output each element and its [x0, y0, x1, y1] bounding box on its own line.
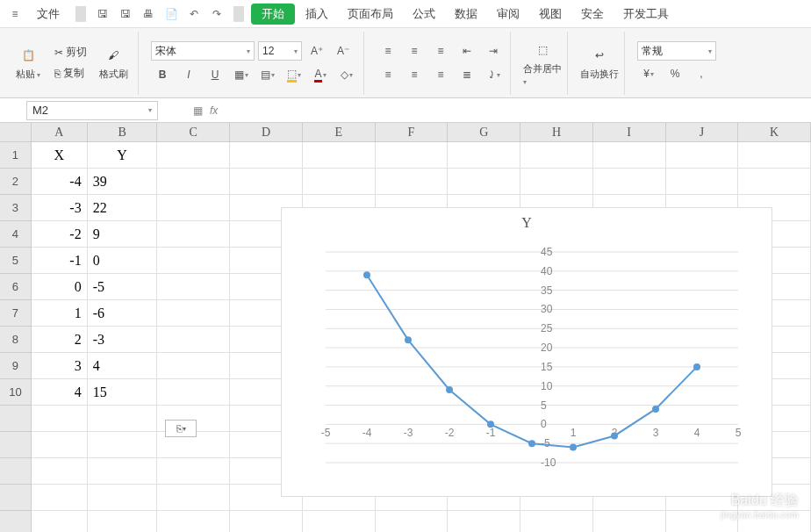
row-header[interactable] [0, 485, 32, 511]
cell-G15[interactable] [448, 511, 520, 532]
align-left-icon[interactable]: ≡ [377, 64, 399, 85]
bold-button[interactable]: B [151, 64, 174, 85]
fill-color-button[interactable]: ⬚ [283, 64, 305, 85]
cell-B11[interactable] [88, 406, 158, 432]
cell-B7[interactable]: -6 [88, 300, 158, 327]
cell-C14[interactable] [157, 485, 230, 511]
cell-E15[interactable] [303, 511, 376, 532]
cell-A3[interactable]: -3 [32, 195, 88, 221]
cell-D15[interactable] [230, 511, 303, 532]
underline-button[interactable]: U [204, 64, 226, 85]
align-right-icon[interactable]: ≡ [429, 64, 452, 85]
copy-button[interactable]: ⎘复制 [51, 64, 90, 83]
cell-J1[interactable] [666, 142, 739, 169]
row-header[interactable] [0, 511, 32, 532]
tab-公式[interactable]: 公式 [404, 3, 444, 25]
cell-A13[interactable] [32, 458, 88, 485]
cell-B5[interactable]: 0 [88, 248, 158, 274]
decrease-indent-icon[interactable]: ⇤ [456, 40, 478, 61]
cell-C3[interactable] [157, 195, 230, 221]
paste-button[interactable]: 📋 粘贴 [9, 45, 47, 81]
cell-B1[interactable]: Y [88, 142, 158, 169]
row-header[interactable]: 10 [0, 379, 32, 406]
embedded-chart[interactable]: Y -10-5051015202530354045-5-4-3-2-112345 [281, 207, 772, 497]
tab-数据[interactable]: 数据 [446, 3, 486, 25]
comma-button[interactable]: , [690, 63, 713, 84]
cell-B4[interactable]: 9 [88, 221, 158, 248]
cell-C15[interactable] [157, 511, 230, 532]
row-header[interactable]: 1 [0, 142, 32, 169]
cell-E1[interactable] [303, 142, 376, 169]
cell-H2[interactable] [520, 169, 593, 195]
cell-B13[interactable] [88, 458, 158, 485]
col-header-F[interactable]: F [376, 123, 449, 141]
tab-页面布局[interactable]: 页面布局 [339, 3, 402, 25]
clear-button[interactable]: ◇ [335, 64, 358, 85]
cell-C2[interactable] [157, 169, 230, 195]
cell-F1[interactable] [376, 142, 449, 169]
fx-icon[interactable]: fx [210, 104, 218, 117]
cell-K1[interactable] [738, 142, 811, 169]
cell-B14[interactable] [88, 485, 158, 511]
borders-button[interactable]: ▦ [230, 64, 253, 85]
align-middle-icon[interactable]: ≡ [403, 40, 426, 61]
app-menu-icon[interactable]: ≡ [5, 4, 25, 24]
cell-C13[interactable] [157, 458, 230, 485]
col-header-B[interactable]: B [88, 123, 158, 141]
row-header[interactable] [0, 458, 32, 485]
increase-font-icon[interactable]: A⁺ [305, 40, 328, 61]
currency-button[interactable]: ¥ [637, 63, 660, 84]
cell-D1[interactable] [230, 142, 303, 169]
cell-J2[interactable] [666, 169, 739, 195]
undo-icon[interactable]: ↶ [184, 4, 204, 24]
percent-button[interactable]: % [664, 63, 686, 84]
cell-C4[interactable] [157, 221, 230, 248]
col-header-K[interactable]: K [738, 123, 811, 141]
col-header-I[interactable]: I [593, 123, 666, 141]
cell-B3[interactable]: 22 [88, 195, 158, 221]
paste-options-tag[interactable]: ⎘ [165, 420, 197, 437]
table-icon[interactable]: ▦ [193, 104, 203, 117]
cell-A6[interactable]: 0 [32, 274, 88, 300]
tab-安全[interactable]: 安全 [572, 3, 613, 25]
col-header-H[interactable]: H [520, 123, 593, 141]
row-header[interactable] [0, 432, 32, 458]
justify-icon[interactable]: ≣ [456, 64, 478, 85]
align-center-icon[interactable]: ≡ [403, 64, 426, 85]
col-header-E[interactable]: E [303, 123, 376, 141]
cell-G1[interactable] [448, 142, 520, 169]
tab-插入[interactable]: 插入 [297, 3, 337, 25]
cell-A14[interactable] [32, 485, 88, 511]
save-as-icon[interactable]: 🖫 [116, 4, 135, 24]
row-header[interactable]: 6 [0, 274, 32, 300]
cell-C10[interactable] [157, 379, 230, 406]
formula-input[interactable] [225, 101, 811, 120]
row-header[interactable]: 4 [0, 221, 32, 248]
font-color-button[interactable]: A [309, 64, 332, 85]
cell-A15[interactable] [32, 511, 88, 532]
cell-C1[interactable] [157, 142, 230, 169]
col-header-J[interactable]: J [666, 123, 739, 141]
row-header[interactable]: 5 [0, 248, 32, 274]
col-header-A[interactable]: A [32, 123, 88, 141]
cell-H1[interactable] [520, 142, 593, 169]
cell-F2[interactable] [376, 169, 449, 195]
cell-E2[interactable] [303, 169, 376, 195]
cell-A2[interactable]: -4 [32, 169, 88, 195]
cell-G2[interactable] [448, 169, 520, 195]
cut-button[interactable]: ✂剪切 [51, 43, 90, 62]
cell-I2[interactable] [593, 169, 666, 195]
format-painter-button[interactable]: 🖌 格式刷 [94, 45, 133, 81]
cell-I15[interactable] [593, 511, 666, 532]
cell-A12[interactable] [32, 432, 88, 458]
cell-C7[interactable] [157, 300, 230, 327]
tab-开发工具[interactable]: 开发工具 [614, 3, 678, 25]
cell-C8[interactable] [157, 327, 230, 353]
orientation-icon[interactable]: ⤸ [482, 64, 505, 85]
cell-C5[interactable] [157, 248, 230, 274]
cell-B9[interactable]: 4 [88, 353, 158, 379]
redo-icon[interactable]: ↷ [207, 4, 226, 24]
row-header[interactable]: 2 [0, 169, 32, 195]
cell-K2[interactable] [738, 169, 811, 195]
cell-A8[interactable]: 2 [32, 327, 88, 353]
